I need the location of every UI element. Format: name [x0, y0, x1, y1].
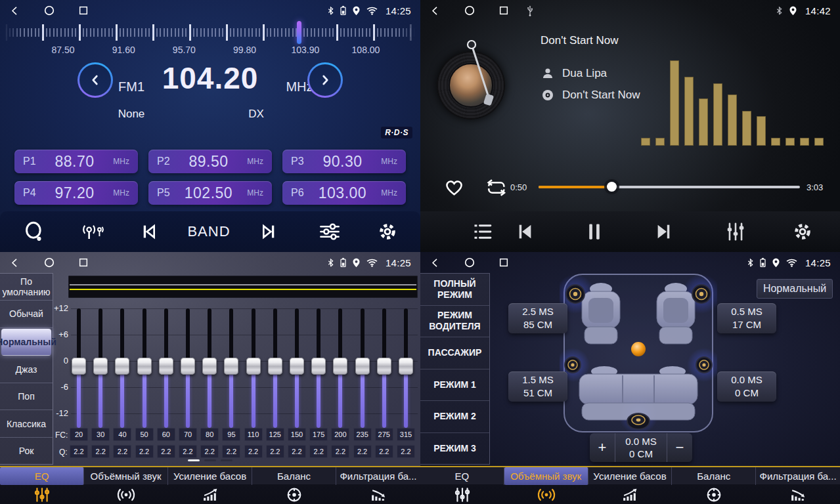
- delay-decrease-button[interactable]: −: [667, 433, 692, 462]
- slider-knob[interactable]: [290, 358, 304, 375]
- slider-knob[interactable]: [72, 358, 86, 375]
- q-value-3[interactable]: 2.2: [113, 445, 131, 458]
- mode-item-4[interactable]: РЕЖИМ 1: [420, 369, 489, 402]
- fc-value-5[interactable]: 60: [157, 428, 175, 441]
- q-value-2[interactable]: 2.2: [91, 445, 110, 458]
- mode-item-1[interactable]: ПОЛНЫЙ РЕЖИМ: [420, 274, 489, 306]
- front-left-delay-button[interactable]: 2.5 MS 85 CM: [508, 303, 567, 333]
- recents-icon[interactable]: [78, 257, 89, 268]
- eq-band-slider-16[interactable]: [399, 308, 413, 428]
- back-icon[interactable]: [9, 5, 20, 16]
- fc-value-4[interactable]: 50: [135, 428, 154, 441]
- slider-knob[interactable]: [377, 358, 391, 375]
- eq-preset-item-5[interactable]: Поп: [0, 383, 53, 410]
- pause-button[interactable]: [585, 222, 604, 242]
- eq-band-slider-2[interactable]: [93, 308, 108, 428]
- fc-value-3[interactable]: 40: [113, 428, 131, 441]
- tune-up-button[interactable]: [307, 62, 343, 98]
- preset-button-p6[interactable]: P6103.00MHz: [282, 181, 406, 205]
- home-icon[interactable]: [43, 257, 55, 268]
- audio-settings-button[interactable]: [319, 222, 341, 242]
- eq-band-slider-4[interactable]: [137, 308, 152, 428]
- previous-station-button[interactable]: [139, 221, 160, 242]
- slider-knob[interactable]: [93, 358, 108, 375]
- tab-bass-boost[interactable]: Усиление басов: [588, 467, 673, 504]
- equalizer-button[interactable]: [724, 222, 747, 242]
- broadcast-button[interactable]: [80, 222, 104, 242]
- eq-band-slider-12[interactable]: [311, 308, 326, 428]
- home-icon[interactable]: [464, 5, 475, 16]
- q-value-8[interactable]: 2.2: [222, 445, 240, 458]
- slider-knob[interactable]: [355, 358, 370, 375]
- q-value-10[interactable]: 2.2: [266, 445, 284, 458]
- fc-value-12[interactable]: 175: [309, 428, 328, 441]
- slider-knob[interactable]: [224, 358, 238, 375]
- tune-down-button[interactable]: [77, 62, 113, 98]
- favorite-button[interactable]: [443, 177, 465, 200]
- q-value-6[interactable]: 2.2: [179, 445, 197, 458]
- q-value-14[interactable]: 2.2: [353, 445, 372, 458]
- playlist-button[interactable]: [472, 222, 493, 242]
- preset-button-p4[interactable]: P497.20MHz: [14, 181, 138, 205]
- slider-knob[interactable]: [268, 358, 282, 375]
- band-button[interactable]: BAND: [187, 223, 230, 240]
- eq-band-slider-8[interactable]: [224, 308, 238, 428]
- next-station-button[interactable]: [257, 221, 278, 242]
- tab-eq[interactable]: EQ: [420, 467, 504, 504]
- fc-value-13[interactable]: 200: [331, 428, 349, 441]
- rear-right-delay-button[interactable]: 0.0 MS 0 CM: [717, 371, 776, 402]
- recents-icon[interactable]: [498, 257, 509, 268]
- fc-value-1[interactable]: 20: [70, 428, 88, 441]
- seek-scan-button[interactable]: [24, 221, 44, 242]
- eq-band-slider-1[interactable]: [72, 308, 86, 428]
- q-value-16[interactable]: 2.2: [397, 445, 415, 458]
- tab-balance[interactable]: Баланс: [252, 467, 336, 504]
- q-value-15[interactable]: 2.2: [375, 445, 393, 458]
- tab-surround-sound[interactable]: Объёмный звук: [504, 467, 588, 504]
- repeat-button[interactable]: [481, 178, 508, 200]
- fc-value-9[interactable]: 110: [244, 428, 263, 441]
- q-value-13[interactable]: 2.2: [331, 445, 349, 458]
- eq-band-slider-6[interactable]: [181, 308, 195, 428]
- preset-button-p1[interactable]: P188.70MHz: [14, 150, 138, 173]
- q-value-7[interactable]: 2.2: [200, 445, 219, 458]
- tab-bass-boost[interactable]: Усиление басов: [168, 467, 252, 504]
- home-icon[interactable]: [464, 257, 475, 268]
- slider-knob[interactable]: [333, 358, 347, 375]
- eq-band-slider-5[interactable]: [159, 308, 173, 428]
- eq-preset-item-3[interactable]: Нормальный: [1, 329, 51, 356]
- previous-track-button[interactable]: [514, 222, 537, 242]
- tab-eq[interactable]: EQ: [0, 467, 84, 504]
- q-value-5[interactable]: 2.2: [157, 445, 175, 458]
- eq-band-slider-14[interactable]: [355, 308, 370, 428]
- settings-button[interactable]: [377, 221, 398, 242]
- front-right-delay-button[interactable]: 0.5 MS 17 CM: [717, 303, 776, 333]
- slider-knob[interactable]: [159, 358, 173, 375]
- fc-value-2[interactable]: 30: [91, 428, 110, 441]
- fc-value-7[interactable]: 80: [200, 428, 219, 441]
- progress-knob[interactable]: [607, 182, 617, 192]
- recents-icon[interactable]: [498, 5, 509, 16]
- q-value-9[interactable]: 2.2: [244, 445, 263, 458]
- eq-preset-item-7[interactable]: Рок: [0, 438, 53, 464]
- recents-icon[interactable]: [78, 5, 89, 16]
- mode-item-6[interactable]: РЕЖИМ 3: [420, 433, 489, 465]
- mode-item-3[interactable]: ПАССАЖИР: [420, 337, 489, 369]
- mode-item-2[interactable]: РЕЖИМ ВОДИТЕЛЯ: [420, 306, 489, 338]
- fc-value-15[interactable]: 275: [375, 428, 393, 441]
- back-icon[interactable]: [430, 5, 441, 16]
- slider-knob[interactable]: [202, 358, 217, 375]
- eq-preset-item-2[interactable]: Обычай: [0, 301, 53, 327]
- preset-button-p3[interactable]: P390.30MHz: [282, 150, 406, 173]
- delay-increase-button[interactable]: +: [590, 433, 615, 462]
- q-value-4[interactable]: 2.2: [135, 445, 154, 458]
- preset-button-p5[interactable]: P5102.50MHz: [148, 181, 272, 205]
- eq-preset-item-6[interactable]: Классика: [0, 410, 53, 437]
- eq-band-slider-11[interactable]: [290, 308, 304, 428]
- tab-filter[interactable]: Фильтрация ба...: [336, 467, 420, 504]
- progress-bar[interactable]: [539, 186, 800, 188]
- q-value-11[interactable]: 2.2: [288, 445, 306, 458]
- eq-page-indicator[interactable]: [0, 459, 420, 461]
- tab-surround-sound[interactable]: Объёмный звук: [84, 467, 168, 504]
- eq-band-slider-7[interactable]: [202, 308, 217, 428]
